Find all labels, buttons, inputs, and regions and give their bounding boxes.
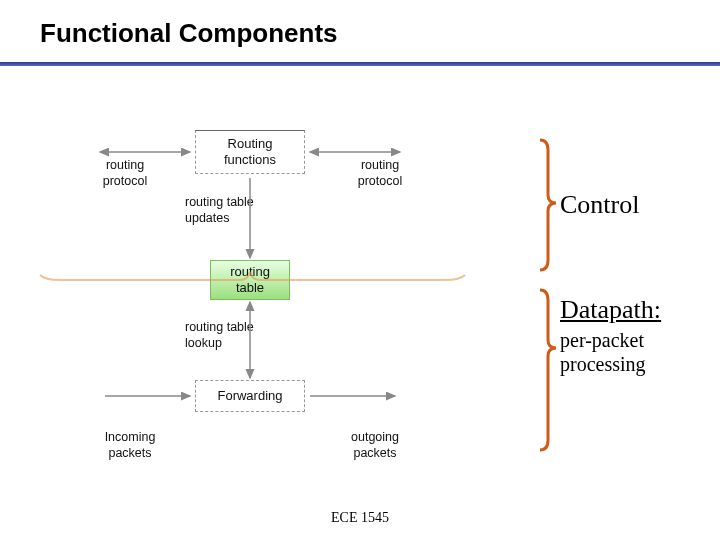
routing-table-label: routing table bbox=[230, 264, 270, 295]
diagram-area: Routing functions routing table Forwardi… bbox=[40, 130, 460, 460]
outgoing-packets-label: outgoing packets bbox=[340, 430, 410, 461]
forwarding-box: Forwarding bbox=[195, 380, 305, 412]
incoming-packets-label: Incoming packets bbox=[95, 430, 165, 461]
routing-functions-box: Routing functions bbox=[195, 130, 305, 174]
datapath-annotation: Datapath: bbox=[560, 295, 661, 325]
forwarding-label: Forwarding bbox=[217, 388, 282, 404]
slide-footer: ECE 1545 bbox=[0, 510, 720, 526]
title-rule bbox=[0, 62, 720, 66]
datapath-sub-annotation: per-packet processing bbox=[560, 328, 646, 376]
control-annotation: Control bbox=[560, 190, 639, 220]
routing-table-box: routing table bbox=[210, 260, 290, 300]
page-title: Functional Components bbox=[40, 18, 338, 49]
routing-protocol-right-label: routing protocol bbox=[350, 158, 410, 189]
routing-protocol-left-label: routing protocol bbox=[95, 158, 155, 189]
routing-functions-label: Routing functions bbox=[224, 136, 276, 167]
routing-table-updates-label: routing table updates bbox=[185, 195, 275, 226]
routing-table-lookup-label: routing table lookup bbox=[185, 320, 275, 351]
